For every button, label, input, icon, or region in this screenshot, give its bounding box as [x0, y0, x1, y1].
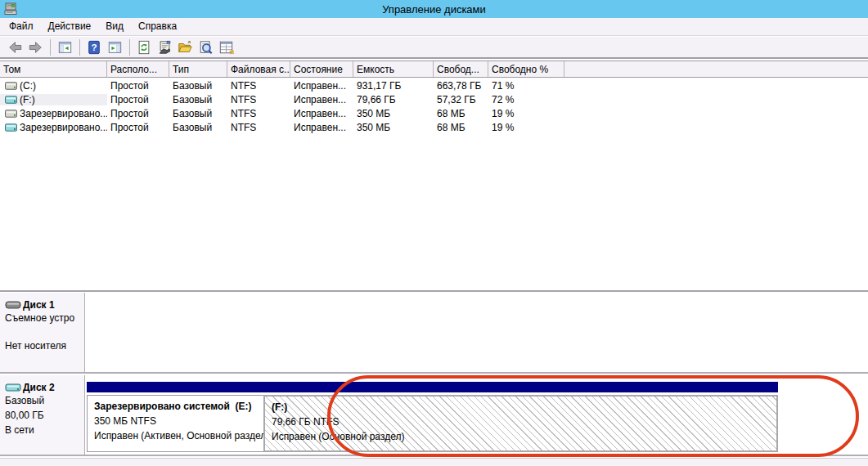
- disk-row-2: Диск 2 Базовый 80,00 ГБ В сети Зарезерви…: [0, 375, 868, 456]
- forward-icon[interactable]: [25, 38, 45, 56]
- show-console-tree-icon[interactable]: [55, 38, 74, 56]
- drive-gray-icon: [5, 81, 17, 91]
- properties-icon[interactable]: [155, 38, 174, 56]
- volume-type: Базовый: [169, 108, 227, 119]
- partition-f[interactable]: (F:) 79,66 ГБ NTFS Исправен (Основной ра…: [263, 382, 778, 454]
- disk1-name: Диск 1: [23, 299, 55, 311]
- volume-status: Исправен...: [290, 94, 353, 105]
- partition-title: (F:): [272, 400, 776, 414]
- volume-free: 57,32 ГБ: [434, 94, 488, 105]
- partition-size: 79,66 ГБ NTFS: [272, 414, 776, 429]
- volume-table-body: (C:) Простой Базовый NTFS Исправен... 93…: [0, 78, 868, 289]
- console-window-icon[interactable]: ★: [216, 38, 236, 56]
- svg-text:?: ?: [91, 42, 97, 52]
- volume-layout: Простой: [107, 108, 169, 119]
- volume-layout: Простой: [107, 122, 169, 133]
- volume-name: Зарезервировано...: [20, 122, 107, 133]
- volume-status: Исправен...: [290, 80, 353, 92]
- toolbar-separator: [129, 39, 130, 56]
- volume-filesystem: NTFS: [227, 94, 290, 105]
- menu-file[interactable]: Файл: [2, 18, 41, 35]
- menu-help[interactable]: Справка: [131, 18, 184, 35]
- back-icon[interactable]: [5, 38, 25, 56]
- table-row[interactable]: (F:) Простой Базовый NTFS Исправен... 79…: [0, 92, 868, 106]
- refresh-icon[interactable]: [134, 38, 154, 56]
- volume-free-pct: 19 %: [488, 122, 564, 133]
- basic-disk-icon: [5, 382, 21, 393]
- disk1-header[interactable]: Диск 1 Съемное устро Нет носителя: [0, 293, 85, 372]
- column-header-volume[interactable]: Том: [0, 61, 107, 77]
- disk-management-window: Управление дисками Файл Действие Вид Спр…: [0, 0, 868, 466]
- disk1-kind: Съемное устро: [5, 311, 81, 325]
- disk-row-1: Диск 1 Съемное устро Нет носителя: [0, 293, 868, 374]
- volume-layout: Простой: [107, 80, 169, 92]
- column-header-free[interactable]: Свобод...: [434, 61, 488, 77]
- drive-teal-icon: [5, 95, 17, 105]
- volume-status: Исправен...: [290, 122, 353, 133]
- next-disk-row-clipped: [0, 458, 868, 466]
- table-row[interactable]: Зарезервировано... Простой Базовый NTFS …: [0, 120, 868, 134]
- volume-free-pct: 72 %: [488, 94, 564, 105]
- disk2-header[interactable]: Диск 2 Базовый 80,00 ГБ В сети: [0, 375, 85, 455]
- column-header-filesystem[interactable]: Файловая с...: [227, 61, 290, 77]
- volume-table-header: Том Располо... Тип Файловая с... Состоян…: [0, 60, 868, 78]
- disk2-size: 80,00 ГБ: [5, 408, 81, 423]
- disk2-status: В сети: [5, 423, 81, 437]
- volume-name: (F:): [20, 94, 35, 105]
- removable-disk-icon: [5, 299, 21, 311]
- window-title: Управление дисками: [0, 3, 868, 16]
- volume-type: Базовый: [169, 80, 227, 92]
- menu-action[interactable]: Действие: [41, 18, 99, 35]
- volume-type: Базовый: [169, 122, 227, 133]
- volume-filesystem: NTFS: [227, 122, 290, 133]
- column-header-filler: [564, 61, 868, 77]
- table-row[interactable]: Зарезервировано... Простой Базовый NTFS …: [0, 106, 868, 120]
- column-header-status[interactable]: Состояние: [290, 61, 353, 77]
- volume-free: 663,78 ГБ: [434, 80, 488, 92]
- volume-free: 68 МБ: [434, 108, 488, 119]
- column-header-free-pct[interactable]: Свободно %: [488, 61, 564, 77]
- partition-status: Исправен (Основной раздел): [272, 429, 776, 444]
- drive-teal-icon: [5, 123, 17, 132]
- volume-filesystem: NTFS: [227, 80, 290, 92]
- drive-gray-icon: [5, 109, 17, 119]
- volume-capacity: 931,17 ГБ: [353, 80, 434, 92]
- toolbar-separator: [79, 39, 80, 56]
- svg-text:★: ★: [229, 47, 234, 55]
- show-action-pane-icon[interactable]: [105, 38, 124, 56]
- title-bar: Управление дисками: [0, 0, 868, 18]
- disk2-kind: Базовый: [5, 393, 81, 408]
- menu-bar: Файл Действие Вид Справка: [0, 18, 868, 36]
- toolbar-separator: [50, 39, 51, 56]
- column-header-layout[interactable]: Располо...: [107, 61, 169, 77]
- help-icon[interactable]: ?: [84, 38, 104, 56]
- volume-capacity: 79,66 ГБ: [353, 94, 434, 105]
- column-header-type[interactable]: Тип: [169, 61, 227, 77]
- open-icon[interactable]: [175, 38, 195, 56]
- disk2-name: Диск 2: [23, 382, 55, 393]
- disk-graphical-view: Диск 1 Съемное устро Нет носителя Диск 2…: [0, 290, 868, 466]
- volume-capacity: 350 МБ: [353, 122, 434, 133]
- volume-name: (C:): [20, 80, 36, 92]
- volume-free: 68 МБ: [434, 122, 488, 133]
- volume-free-pct: 19 %: [488, 108, 564, 119]
- volume-free-pct: 71 %: [488, 80, 564, 92]
- disk1-status: Нет носителя: [5, 338, 81, 353]
- table-row[interactable]: (C:) Простой Базовый NTFS Исправен... 93…: [0, 78, 868, 92]
- toolbar: ? ★: [0, 37, 868, 59]
- volume-status: Исправен...: [290, 108, 353, 119]
- find-icon[interactable]: [196, 38, 215, 56]
- menu-view[interactable]: Вид: [98, 18, 131, 35]
- column-header-capacity[interactable]: Емкость: [353, 61, 434, 77]
- volume-layout: Простой: [107, 94, 169, 105]
- volume-name: Зарезервировано...: [20, 108, 107, 119]
- volume-filesystem: NTFS: [227, 108, 290, 119]
- volume-capacity: 350 МБ: [353, 108, 434, 119]
- volume-type: Базовый: [169, 94, 227, 105]
- partition-color-strip: [263, 382, 778, 392]
